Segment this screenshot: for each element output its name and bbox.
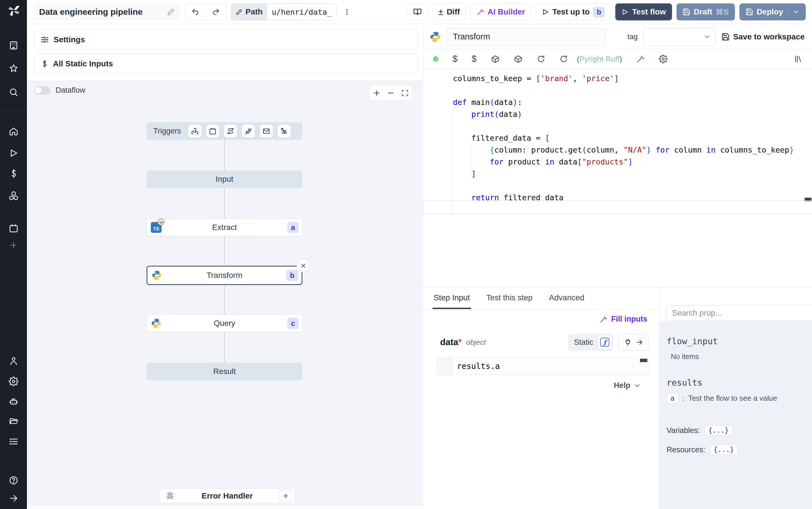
expression-editor[interactable]: results.a [437, 358, 649, 375]
route-trigger-icon[interactable] [224, 125, 237, 138]
diff-button[interactable]: ± Diff [432, 3, 466, 21]
code-line[interactable]: print(data) [453, 108, 812, 120]
favorites-star-icon[interactable] [8, 63, 19, 74]
result-node[interactable]: Result [147, 363, 302, 380]
results-section-label[interactable]: results [667, 378, 806, 387]
transform-node-selected[interactable]: Transform b [147, 266, 302, 285]
editor-splitter[interactable] [423, 201, 812, 201]
docs-book-button[interactable] [407, 3, 428, 21]
flow-title-box[interactable]: Data engineering pipeline [34, 3, 180, 21]
tab-advanced[interactable]: Advanced [548, 287, 586, 309]
editor-settings-gear-icon[interactable] [659, 55, 667, 63]
tab-test-this-step[interactable]: Test this step [485, 287, 534, 309]
test-flow-button[interactable]: Test flow [615, 3, 672, 21]
add-error-handler-button[interactable] [280, 490, 292, 502]
reset-icon[interactable] [559, 55, 568, 63]
test-up-to-button[interactable]: Test up to b [536, 3, 611, 21]
user-icon[interactable] [8, 355, 19, 366]
resources-object-chip[interactable]: {...} [710, 445, 738, 455]
search-icon[interactable] [8, 87, 19, 98]
insert-resource-icon[interactable]: $ [472, 54, 476, 64]
code-line[interactable] [453, 120, 812, 132]
result-key-badge[interactable]: a [667, 393, 678, 403]
websocket-trigger-icon[interactable] [242, 125, 255, 138]
expand-rail-icon[interactable] [8, 493, 19, 504]
workers-robot-icon[interactable] [8, 396, 19, 407]
add-menu-icon[interactable] [8, 240, 19, 251]
code-line[interactable]: columns_to_keep = ['brand', 'price'] [453, 73, 812, 84]
variables-object-chip[interactable]: {...} [705, 426, 732, 436]
step-name-input[interactable] [447, 28, 606, 46]
undo-button[interactable] [185, 4, 206, 20]
javascript-expr-mode-button[interactable]: ƒ [598, 335, 612, 349]
flow-canvas[interactable]: Dataflow Triggers [27, 81, 423, 505]
code-line[interactable]: filtered_data = [ [453, 132, 812, 144]
canvas-scrollbar-track[interactable] [27, 505, 423, 509]
code-line[interactable] [453, 180, 812, 192]
code-line[interactable] [453, 84, 812, 96]
code-line[interactable]: {column: product.get(column, "N/A") for … [453, 144, 812, 156]
draft-button[interactable]: Draft ⌘S [676, 3, 735, 21]
flow-settings-button[interactable]: Settings [34, 30, 418, 49]
redo-button[interactable] [206, 4, 226, 20]
ai-builder-button[interactable]: AI Builder [471, 3, 531, 21]
code-line[interactable]: for product in data["products"] [453, 156, 812, 168]
deploy-button[interactable]: Deploy [739, 3, 806, 21]
edit-title-pencil-icon[interactable] [167, 8, 175, 16]
expression-value[interactable]: results.a [453, 358, 500, 374]
error-handler-node[interactable]: Error Handler [159, 488, 295, 503]
tab-step-input[interactable]: Step Input [433, 287, 471, 309]
package-icon[interactable] [491, 55, 500, 64]
ai-assist-wand-icon[interactable] [636, 55, 645, 63]
fill-inputs-button[interactable]: Fill inputs [599, 315, 648, 324]
schedules-icon[interactable] [8, 223, 19, 234]
prop-search-input[interactable] [666, 305, 812, 321]
triggers-node[interactable]: Triggers [147, 122, 302, 140]
variables-row[interactable]: Variables: {...} [667, 426, 806, 436]
resources-icon[interactable] [8, 190, 19, 201]
watch-poll-trigger-icon[interactable] [278, 125, 291, 138]
code-editor[interactable]: columns_to_keep = ['brand', 'price'] def… [423, 69, 812, 201]
editor-splitter[interactable] [423, 213, 812, 214]
dataflow-toggle[interactable] [34, 86, 50, 95]
help-toggle[interactable]: Help [614, 381, 641, 390]
reload-icon[interactable] [537, 55, 545, 63]
input-node[interactable]: Input [147, 170, 302, 188]
audit-logs-icon[interactable] [8, 436, 19, 447]
save-to-workspace-label: Save to workspace [733, 32, 805, 41]
path-editor[interactable]: Path u/henri/data_ [231, 3, 336, 21]
flow-input-section-label[interactable]: flow_input [667, 336, 806, 346]
save-to-workspace-button[interactable]: Save to workspace [721, 32, 806, 41]
zoom-out-icon[interactable] [384, 86, 397, 101]
variables-icon[interactable] [8, 168, 19, 179]
code-line[interactable]: def main(data): [453, 96, 812, 108]
insert-variable-icon[interactable]: $ [453, 54, 457, 64]
schedule-trigger-icon[interactable] [206, 125, 219, 138]
path-value[interactable]: u/henri/data_ [267, 4, 336, 20]
home-icon[interactable] [8, 126, 19, 137]
extract-node[interactable]: TS Extract a [147, 218, 302, 236]
code-line[interactable]: ] [453, 168, 812, 180]
tag-select[interactable] [643, 28, 716, 46]
code-line[interactable]: return filtered_data [453, 192, 812, 201]
runs-icon[interactable] [8, 148, 19, 159]
dataflow-toggle-row: Dataflow [34, 86, 85, 95]
more-options-kebab-icon[interactable] [341, 3, 353, 21]
fit-view-icon[interactable] [399, 86, 411, 101]
webhook-trigger-icon[interactable] [188, 125, 201, 138]
package-icon[interactable] [514, 55, 523, 64]
all-static-inputs-button[interactable]: All Static Inputs [34, 54, 418, 73]
help-icon[interactable] [8, 475, 19, 486]
query-node[interactable]: Query c [147, 314, 302, 332]
connect-input-button[interactable] [619, 334, 649, 350]
library-icon[interactable] [794, 55, 802, 63]
workspace-icon[interactable] [8, 40, 19, 51]
result-a-row[interactable]: a : Test the flow to see a value [667, 393, 806, 403]
email-trigger-icon[interactable] [260, 125, 273, 138]
settings-gear-icon[interactable] [8, 376, 19, 387]
deselect-node-close-icon[interactable] [297, 259, 310, 272]
windmill-logo-icon[interactable] [6, 3, 21, 18]
zoom-in-icon[interactable] [370, 86, 383, 101]
folders-icon[interactable] [8, 416, 19, 427]
resources-row[interactable]: Resources: {...} [667, 445, 806, 455]
